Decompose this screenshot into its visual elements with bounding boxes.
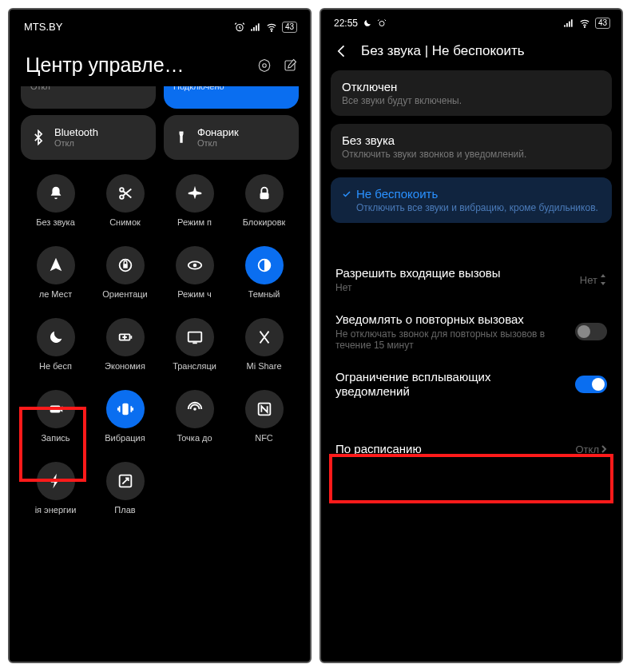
status-bar: MTS.BY 43 [10, 10, 310, 39]
toggle-camera[interactable]: Запись [21, 390, 90, 454]
toggle-airplane[interactable]: Режим п [160, 174, 229, 238]
bell-icon [37, 174, 75, 213]
alarm-icon [234, 22, 245, 33]
option-dnd[interactable]: Не беспокоить Отключить все звуки и вибр… [331, 177, 612, 223]
flashlight-icon [173, 129, 189, 145]
status-bar: 22:55 43 [321, 10, 621, 34]
setting-allow-calls[interactable]: Разрешить входящие вызовы Нет Нет [321, 255, 621, 301]
svg-point-24 [193, 408, 196, 411]
svg-rect-4 [258, 23, 260, 30]
toggle-hotspot[interactable]: Точка до [160, 390, 229, 454]
signal-icon [250, 22, 261, 33]
chevron-right-icon [601, 444, 607, 454]
svg-rect-31 [571, 19, 573, 26]
hotspot-icon [176, 390, 214, 428]
tile-bluetooth[interactable]: Bluetooth Откл [21, 115, 156, 160]
back-arrow-icon[interactable] [334, 43, 350, 59]
phone-left-control-center: MTS.BY 43 Центр управле… Откл Подключено… [8, 8, 312, 663]
lock-icon [245, 174, 284, 213]
rotate-lock-icon [106, 246, 145, 284]
toggle-label: Экономия [105, 361, 145, 371]
svg-rect-12 [260, 193, 268, 199]
toggles-grid: Без звукаСнимокРежим пБлокировкле МестОр… [10, 168, 310, 526]
tile-row: Bluetooth Откл Фонарик Откл [10, 115, 310, 168]
signal-icon [563, 18, 574, 29]
toggle-label: Режим ч [177, 289, 212, 299]
toggle-rotate-lock[interactable]: Ориентаци [90, 246, 160, 310]
toggle-eye[interactable]: Режим ч [160, 246, 229, 310]
option-silent[interactable]: Без звука Отключить звуки звонков и увед… [331, 124, 612, 169]
toggle-scissors[interactable]: Снимок [90, 174, 160, 238]
float-window-icon [106, 462, 145, 500]
toggle-moon[interactable]: Не бесп [21, 318, 90, 382]
status-right: 43 [563, 18, 610, 29]
toggle-repeat-calls[interactable] [575, 323, 607, 340]
svg-point-27 [379, 22, 384, 26]
cast-icon [176, 318, 214, 356]
battery-badge: 43 [282, 22, 297, 33]
svg-rect-21 [192, 342, 197, 344]
svg-rect-9 [180, 132, 184, 134]
battery-plus-icon [106, 318, 145, 356]
svg-marker-7 [259, 59, 270, 71]
check-icon [342, 189, 351, 199]
toggle-popup-limit[interactable] [575, 376, 607, 393]
svg-point-16 [192, 264, 196, 268]
toggle-lock[interactable]: Блокировк [229, 174, 299, 238]
option-off[interactable]: Отключен Все звуки будут включены. [331, 70, 612, 116]
airplane-icon [176, 174, 214, 213]
toggle-dark-mode[interactable]: Темный [229, 246, 299, 310]
svg-point-5 [271, 30, 272, 31]
setting-repeat-calls[interactable]: Уведомлять о повторных вызовах Не отключ… [321, 301, 621, 359]
toggle-label: Без звука [36, 217, 75, 227]
toggle-label: Ориентаци [102, 289, 148, 299]
toggle-float-window[interactable]: Плав [90, 462, 160, 526]
phone-right-dnd-settings: 22:55 43 Без звука | Не беспокоить Отклю… [320, 8, 623, 663]
settings-icon[interactable] [257, 58, 272, 73]
toggle-battery-plus[interactable]: Экономия [90, 318, 160, 382]
page-header: Без звука | Не беспокоить [321, 34, 621, 70]
toggle-label: Блокировк [243, 217, 286, 227]
tile-flashlight[interactable]: Фонарик Откл [164, 115, 299, 160]
tile-partial-2[interactable]: Подключено [164, 86, 299, 109]
toggle-label: Трансляци [173, 361, 216, 371]
carrier-label: MTS.BY [24, 21, 62, 33]
page-title: Без звука | Не беспокоить [361, 43, 525, 59]
mishare-icon [245, 318, 284, 356]
toggle-vibrate[interactable]: Вибрация [90, 390, 160, 454]
svg-rect-20 [188, 332, 201, 342]
mode-options: Отключен Все звуки будут включены. Без з… [321, 70, 621, 223]
compass-icon [37, 246, 75, 284]
edit-icon[interactable] [283, 58, 297, 73]
svg-point-32 [584, 26, 585, 27]
toggle-nfc[interactable]: NFC [229, 390, 299, 454]
bluetooth-icon [30, 129, 46, 145]
toggle-label: Снимок [109, 217, 141, 227]
svg-point-10 [120, 188, 124, 192]
tile-partial-1[interactable]: Откл [21, 86, 156, 109]
control-center-header: Центр управле… [10, 39, 310, 86]
toggle-label: Не бесп [39, 361, 72, 371]
eye-icon [176, 246, 214, 284]
svg-rect-23 [122, 404, 128, 416]
camera-icon [37, 390, 75, 428]
control-center-title: Центр управле… [26, 54, 185, 77]
time-label: 22:55 [334, 18, 358, 29]
bolt-icon [37, 462, 75, 500]
svg-rect-29 [566, 23, 568, 27]
toggle-compass[interactable]: ле Мест [21, 246, 90, 310]
setting-schedule[interactable]: По расписанию Откл [321, 431, 621, 464]
toggle-cast[interactable]: Трансляци [160, 318, 229, 382]
toggle-label: Запись [41, 433, 69, 443]
toggle-bell[interactable]: Без звука [21, 174, 90, 238]
toggle-mishare[interactable]: Mi Share [229, 318, 299, 382]
toggle-label: ле Мест [39, 289, 73, 299]
toggle-label: Вибрация [105, 433, 145, 443]
toggle-bolt[interactable]: ія энергии [21, 462, 90, 526]
setting-popup-limit[interactable]: Ограничение всплывающих уведомлений [321, 359, 621, 407]
wifi-icon [579, 18, 590, 29]
svg-point-11 [120, 195, 124, 199]
wifi-icon [266, 22, 277, 33]
svg-rect-22 [50, 405, 60, 412]
updown-icon [599, 274, 607, 285]
